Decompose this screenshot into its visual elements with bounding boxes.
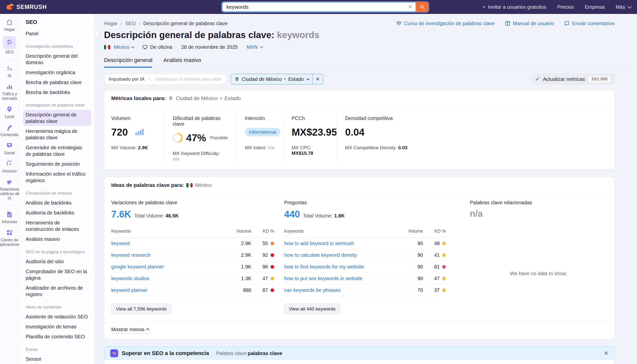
keyword-link[interactable]: how to add keyword in semrush <box>284 240 399 246</box>
rail-item-traffic-market[interactable]: Tráfico y mercado <box>0 82 19 101</box>
keyword-row[interactable]: how to put seo keywords in website 90 47 <box>284 273 446 284</box>
send-feedback-link[interactable]: Enviar comentarios <box>564 20 614 26</box>
update-metrics-button[interactable]: ✓ Actualizar métricas 10/1.000 <box>532 74 614 84</box>
keyword-row[interactable]: google keyword planner 1.9K 96 <box>111 261 274 273</box>
sidebar-menu-entry[interactable]: Sensor <box>23 354 91 364</box>
volume-bars-icon <box>135 129 144 136</box>
keyword-research-course-link[interactable]: Curso de investigación de palabras clave <box>396 20 495 26</box>
sidebar-menu-entry[interactable]: Análisis masivo <box>23 234 91 244</box>
sidebar-menu-entry[interactable]: Herramienta de construcción de enlaces <box>23 218 91 234</box>
company-link[interactable]: Empresa <box>585 4 605 10</box>
metric-intent: Intención Informational MX Intent: n/a <box>236 116 283 162</box>
pricing-link[interactable]: Precios <box>557 4 574 10</box>
banner-close-icon[interactable]: ✕ <box>604 350 608 356</box>
keyword-kd: 87 <box>262 287 268 293</box>
invite-users-button[interactable]: +Invitar a usuarios gratuitos <box>482 4 546 10</box>
view-all-variations-button[interactable]: View all 7,596 keywords <box>111 304 171 314</box>
search-button[interactable] <box>416 2 428 12</box>
more-menu[interactable]: Más <box>616 4 630 10</box>
difficulty-gauge-icon <box>173 133 183 143</box>
sidebar-menu-entry[interactable]: Auditoría de backlinks <box>23 208 91 218</box>
keyword-row[interactable]: keyword 2.9K 55 <box>111 238 274 249</box>
sidebar-menu-entry[interactable]: Panel <box>23 29 91 38</box>
sidebar-menu-entry[interactable]: Descripción general del dominio <box>23 51 91 67</box>
keyword-volume: 2.9K <box>228 240 251 246</box>
sidebar-menu-entry[interactable]: SEO en la página y tecnológico <box>26 249 89 255</box>
currency-selector[interactable]: MXN <box>246 44 262 50</box>
keyword-link[interactable]: keyword research <box>111 252 228 258</box>
tab-bulk-analysis[interactable]: Análisis masivo <box>163 57 201 68</box>
keyword-kd: 55 <box>262 240 268 246</box>
sidebar-menu-entry[interactable]: Brecha de backlinks <box>23 88 91 97</box>
search-clear-icon[interactable]: ✕ <box>404 4 416 10</box>
keyword-ideas-card: Ideas de palabras clave para: México Var… <box>104 177 614 339</box>
breadcrumb-home[interactable]: Hogar <box>104 21 118 26</box>
rail-item-app-center[interactable]: Centro de aplicaciones <box>0 228 19 247</box>
sidebar-menu-entry[interactable]: Brecha de palabras clave <box>23 78 91 87</box>
divider <box>212 350 213 356</box>
rail-item-seo[interactable]: SEO <box>0 36 19 54</box>
kd-dot <box>270 253 274 257</box>
keyword-link[interactable]: can keywords be phrases <box>284 287 399 293</box>
sidebar-menu-entry[interactable]: Ideas de contenido <box>26 304 89 310</box>
rail-item-home[interactable]: Hogar <box>0 18 19 32</box>
keyword-link[interactable]: how to find keywords for my website <box>284 264 399 270</box>
keyword-link[interactable]: keyword planner <box>111 287 228 293</box>
keyword-row[interactable]: keyword research 2.9K 92 <box>111 249 274 261</box>
sidebar-menu-entry[interactable]: Análisis de backlinks <box>23 198 91 208</box>
rail-item-content[interactable]: Contenido <box>0 123 19 137</box>
keyword-row[interactable]: how to calculate keyword density 90 41 <box>284 249 446 261</box>
location-selector[interactable]: Ciudad de México • Estado <box>231 74 312 84</box>
search-input[interactable] <box>222 4 404 10</box>
tab-overview[interactable]: Descripción general <box>104 57 152 68</box>
rail-item-ai-pr[interactable]: Relaciones públicas de IA <box>0 178 19 200</box>
keyword-link[interactable]: how to put seo keywords in website <box>284 276 399 282</box>
sidebar-menu-entry[interactable]: Asistente de redacción SEO <box>23 312 91 322</box>
sidebar-menu-entry[interactable]: Investigación de palabras clave <box>26 102 89 108</box>
sidebar-menu-entry[interactable]: Información sobre el tráfico orgánico <box>23 169 91 185</box>
device-selector[interactable]: De oficina <box>142 44 172 50</box>
keyword-row[interactable]: how to add keyword in semrush 90 48 <box>284 238 446 249</box>
volume-value: 720 <box>111 127 128 138</box>
sidebar-menu-entry[interactable]: Descripción general de palabras clave <box>23 110 91 126</box>
questions-count: 440 <box>284 209 300 220</box>
keyword-link[interactable]: how to calculate keyword density <box>284 252 399 258</box>
keyword-link[interactable]: keywords studios <box>111 276 228 282</box>
sidebar-collapse-button[interactable]: ‹ <box>94 29 99 38</box>
sidebar-menu-entry[interactable]: Seguimiento de posición <box>23 159 91 169</box>
user-manual-link[interactable]: Manual de usuario <box>504 20 554 26</box>
kd-dot <box>442 277 446 280</box>
sidebar-menu-entry[interactable]: Auditoría del sitio <box>23 257 91 266</box>
breadcrumb: Hogar › SEO › Descripción general de pal… <box>104 21 228 26</box>
sidebar-menu-entry[interactable]: Investigación orgánica <box>23 68 91 77</box>
breadcrumb-seo[interactable]: SEO <box>125 21 136 26</box>
view-all-questions-button[interactable]: View all 440 keywords <box>284 304 340 314</box>
sidebar-menu-entry[interactable]: Extras <box>26 346 89 353</box>
keyword-kd: 96 <box>262 264 268 270</box>
country-selector[interactable]: México <box>114 44 133 50</box>
keyword-link[interactable]: keyword <box>111 240 228 246</box>
show-less-toggle[interactable]: Mostrar menos <box>111 327 150 334</box>
semrush-logo[interactable]: SEMRUSH <box>6 3 47 11</box>
domain-input[interactable] <box>156 76 222 82</box>
sidebar-menu-entry[interactable]: Analizador de archivos de registro <box>23 283 91 299</box>
rail-item-local[interactable]: Local <box>0 105 19 119</box>
rail-item-ai[interactable]: AI <box>0 64 19 78</box>
rail-item-reports[interactable]: Informes <box>0 210 19 224</box>
sidebar-menu-entry[interactable]: Generador de estrategias de palabras cla… <box>23 143 91 159</box>
sidebar-menu-entry[interactable]: Comprobador de SEO en la página <box>23 267 91 283</box>
sidebar-menu-entry[interactable]: Construcción de enlaces <box>26 190 89 196</box>
keyword-row[interactable]: how to find keywords for my website 90 8… <box>284 261 446 273</box>
keyword-volume: 1.3K <box>228 276 251 282</box>
keyword-row[interactable]: can keywords be phrases 70 37 <box>284 284 446 296</box>
rail-item-ads[interactable]: Anuncio <box>0 160 19 174</box>
sidebar-menu-entry[interactable]: Investigación competitiva <box>26 43 89 50</box>
rail-item-social[interactable]: Social <box>0 141 19 155</box>
sidebar-menu-entry[interactable]: Investigación de temas <box>23 322 91 332</box>
keyword-row[interactable]: keyword planner 880 87 <box>111 284 274 296</box>
sidebar-menu-entry[interactable]: Plantilla de contenido SEO <box>23 332 91 341</box>
sidebar-menu-entry[interactable]: Herramienta mágica de palabras clave <box>23 126 91 142</box>
keyword-row[interactable]: keywords studios 1.3K 47 <box>111 273 274 284</box>
keyword-link[interactable]: google keyword planner <box>111 264 228 270</box>
location-remove-button[interactable]: ✕ <box>312 74 323 84</box>
